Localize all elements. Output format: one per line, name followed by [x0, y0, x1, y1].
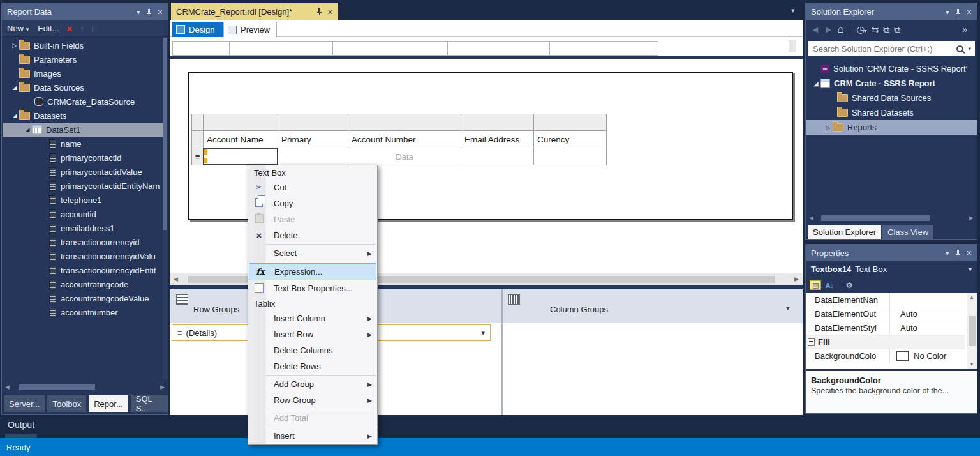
menu-item-delete-rows[interactable]: Delete Rows [248, 358, 377, 374]
scrollbar-thumb[interactable] [19, 384, 95, 390]
header-cell[interactable]: Primary [278, 130, 348, 148]
tree-item-field[interactable]: name [3, 137, 163, 151]
tab-class-view[interactable]: Class View [882, 225, 933, 239]
property-row[interactable]: DataElementNan [806, 293, 965, 307]
property-row-backgroundcolor[interactable]: BackgroundColo No Color [806, 349, 965, 363]
scrollbar-thumb[interactable] [969, 316, 976, 346]
tree-item-field[interactable]: transactioncurrencyidValu [3, 249, 163, 263]
scroll-right-icon[interactable]: ▶ [160, 384, 165, 390]
tree-item-field[interactable]: transactioncurrencyidEntit [3, 263, 163, 277]
properties-object-combo[interactable]: Textbox14 Text Box ▾ [806, 261, 977, 277]
horizontal-scrollbar[interactable]: ◀ ▶ [806, 213, 977, 223]
tree-item-field[interactable]: accountnumber [3, 305, 163, 319]
header-cell[interactable]: Account Number [348, 130, 461, 148]
menu-item-delete[interactable]: ×Delete [248, 227, 377, 243]
column-handles[interactable] [172, 41, 658, 56]
tree-item-built-in-fields[interactable]: ▷Built-in Fields [3, 38, 163, 52]
move-down-icon[interactable]: ↓ [91, 24, 95, 33]
corner-handle[interactable] [191, 114, 204, 131]
horizontal-scrollbar[interactable]: ◀ ▶ [2, 382, 168, 392]
column-handle[interactable] [533, 114, 607, 131]
tree-item-project[interactable]: ◢ CRM Crate - SSRS Report [806, 76, 976, 91]
scroll-left-icon[interactable]: ◀ [5, 384, 10, 390]
row-handle-details[interactable]: ≡ [191, 148, 204, 165]
header-cell[interactable]: Email Address [461, 130, 534, 148]
close-icon[interactable]: × [967, 248, 972, 258]
menu-item-select[interactable]: Select▶ [248, 245, 377, 261]
selection-handle[interactable] [204, 149, 207, 155]
menu-item-paste[interactable]: Paste [248, 211, 377, 227]
tree-item-parameters[interactable]: Parameters [3, 52, 163, 66]
search-input[interactable] [812, 43, 951, 54]
tab-design[interactable]: Design [172, 22, 223, 37]
column-handle[interactable] [278, 114, 348, 131]
tab-preview[interactable]: Preview [223, 22, 277, 37]
pin-icon[interactable] [955, 8, 961, 16]
tree-item-shared-datasets[interactable]: Shared Datasets [806, 105, 976, 120]
toolbar-overflow-icon[interactable]: » [962, 24, 967, 34]
header-cell[interactable]: Account Name [203, 130, 278, 148]
move-up-icon[interactable]: ↑ [80, 24, 84, 33]
scroll-down-icon[interactable]: ▼ [969, 361, 974, 367]
tree-item-solution[interactable]: ∞ Solution 'CRM Crate - SSRS Report' [806, 61, 976, 76]
tab-toolbox[interactable]: Toolbox [47, 395, 86, 412]
solution-explorer-search[interactable]: ▾ [808, 41, 975, 56]
scroll-left-icon[interactable]: ◀ [809, 215, 813, 221]
menu-item-add-group[interactable]: Add Group▶ [248, 376, 377, 392]
property-category-fill[interactable]: Fill [806, 335, 965, 349]
tree-item-field[interactable]: accountratingcodeValue [3, 291, 163, 305]
pending-changes-filter-icon[interactable]: ◷▾ [856, 24, 866, 34]
header-cell[interactable]: Curency [533, 130, 607, 148]
edit-button[interactable]: Edit... [38, 24, 59, 33]
tree-item-field[interactable]: primarycontactidEntityNam [3, 179, 163, 193]
show-all-files-icon[interactable]: ⧉ [894, 24, 900, 35]
close-icon[interactable]: × [327, 6, 333, 17]
menu-item-cut[interactable]: ✂Cut [248, 179, 377, 195]
document-tab[interactable]: CRMCrate_Report.rdl [Design]* × [171, 3, 338, 20]
scroll-right-icon[interactable]: ▶ [969, 215, 974, 221]
document-list-dropdown-icon[interactable]: ▾ [791, 6, 795, 15]
tree-item-field[interactable]: emailaddress1 [3, 221, 163, 235]
scrollbar-thumb[interactable] [163, 38, 167, 230]
tree-item-images[interactable]: Images [3, 66, 163, 80]
data-cell[interactable] [533, 148, 607, 165]
data-cell[interactable] [278, 148, 348, 165]
tree-item-data-sources[interactable]: ◢Data Sources [3, 80, 163, 95]
details-dropdown-icon[interactable]: ▾ [481, 329, 485, 337]
scrollbar-thumb[interactable] [821, 215, 930, 221]
alphabetical-sort-icon[interactable]: A↓ [825, 282, 833, 289]
window-menu-icon[interactable]: ▾ [946, 8, 949, 17]
search-icon[interactable] [956, 45, 963, 52]
pin-icon[interactable] [316, 8, 322, 15]
column-groups-dropdown-icon[interactable]: ▾ [786, 304, 790, 312]
categorized-icon[interactable]: ▤ [810, 280, 821, 290]
menu-item-textbox-properties[interactable]: Text Box Properties... [248, 280, 377, 296]
tree-item-reports[interactable]: ▷ Reports [806, 120, 977, 135]
vertical-scrollbar[interactable]: ▲ ▼ [967, 293, 977, 369]
scroll-left-icon[interactable]: ◀ [174, 276, 178, 282]
window-menu-icon[interactable]: ▾ [946, 248, 949, 257]
mini-scroll-box[interactable] [789, 40, 796, 52]
delete-icon[interactable]: × [66, 23, 72, 34]
new-button[interactable]: New ▾ [7, 24, 29, 33]
sync-with-active-document-icon[interactable]: ⇆ [872, 24, 879, 34]
tree-item-field[interactable]: accountid [3, 207, 163, 221]
combo-dropdown-icon[interactable]: ▾ [969, 266, 972, 273]
menu-item-row-group[interactable]: Row Group▶ [248, 392, 377, 408]
output-tab[interactable]: Output [8, 420, 34, 430]
column-handle[interactable] [203, 114, 278, 131]
collapse-all-icon[interactable]: ⧉ [883, 24, 889, 35]
row-handle[interactable] [191, 130, 204, 148]
close-icon[interactable]: × [158, 7, 163, 17]
back-icon[interactable]: ◄ [811, 24, 820, 34]
selection-handle[interactable] [204, 158, 207, 163]
scroll-up-icon[interactable]: ▲ [969, 294, 974, 300]
tab-report-data[interactable]: Repor... [89, 395, 128, 412]
data-cell-placeholder[interactable]: Data [348, 148, 461, 165]
property-pages-wrench-icon[interactable]: ⚙ [846, 281, 853, 290]
tree-item-field[interactable]: primarycontactid [3, 151, 163, 165]
collapse-category-icon[interactable] [808, 338, 815, 346]
menu-item-copy[interactable]: Copy [248, 195, 377, 211]
menu-item-insert-column[interactable]: Insert Column▶ [248, 310, 377, 326]
tree-item-field[interactable]: transactioncurrencyid [3, 235, 163, 249]
